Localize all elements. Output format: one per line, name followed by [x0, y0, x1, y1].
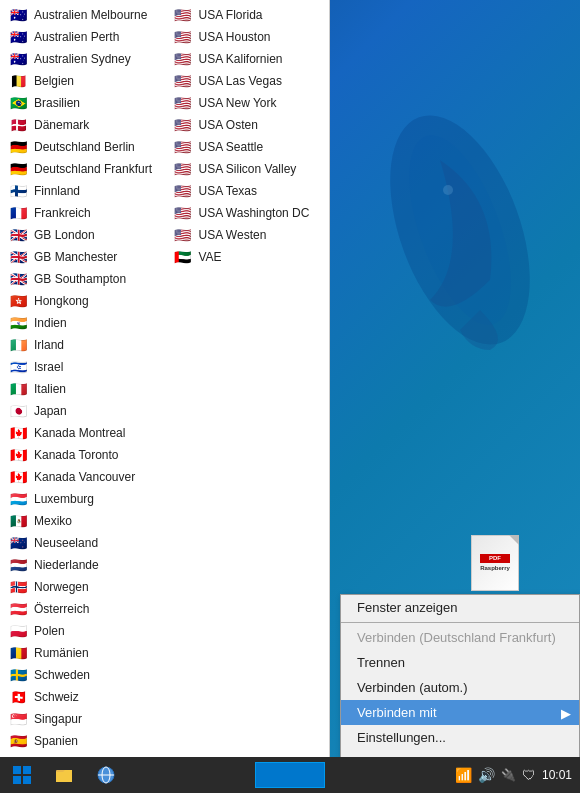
context-menu-item-verbinden-mit[interactable]: Verbinden mit▶	[341, 700, 579, 725]
vpn-list-item[interactable]: 🇨🇦Kanada Vancouver	[0, 466, 165, 488]
vpn-right-column: 🇺🇸USA Florida🇺🇸USA Houston🇺🇸USA Kaliforn…	[165, 0, 330, 770]
vpn-item-label: Dänemark	[34, 118, 89, 132]
vpn-item-label: USA Washington DC	[199, 206, 310, 220]
vpn-list-item[interactable]: 🇱🇺Luxemburg	[0, 488, 165, 510]
vpn-item-label: USA Texas	[199, 184, 257, 198]
vpn-list-item[interactable]: 🇪🇸Spanien	[0, 730, 165, 752]
vpn-list-item[interactable]: 🇸🇪Schweden	[0, 664, 165, 686]
vpn-list-item[interactable]: 🇨🇦Kanada Montreal	[0, 422, 165, 444]
context-menu-item-label: Verbinden mit	[357, 705, 437, 720]
vpn-item-label: Rumänien	[34, 646, 89, 660]
taskbar-apps	[44, 760, 455, 790]
context-menu-item-verbinden-(autom.)[interactable]: Verbinden (autom.)	[341, 675, 579, 700]
vpn-list-item[interactable]: 🇦🇹Österreich	[0, 598, 165, 620]
vpn-list-item[interactable]: 🇧🇷Brasilien	[0, 92, 165, 114]
flag-icon: 🇱🇺	[8, 492, 28, 506]
vpn-list-item[interactable]: 🇺🇸USA Osten	[165, 114, 330, 136]
vpn-location-panel: 🇦🇺Australien Melbourne🇦🇺Australien Perth…	[0, 0, 330, 770]
network-icon[interactable]: 🔌	[501, 768, 516, 782]
vpn-item-label: Belgien	[34, 74, 74, 88]
browser-icon	[97, 766, 115, 784]
vpn-list-item[interactable]: 🇺🇸USA Florida	[165, 4, 330, 26]
vpn-item-label: Polen	[34, 624, 65, 638]
vpn-list-item[interactable]: 🇮🇪Irland	[0, 334, 165, 356]
vpn-list-item[interactable]: 🇺🇸USA Texas	[165, 180, 330, 202]
vpn-list-item[interactable]: 🇦🇺Australien Melbourne	[0, 4, 165, 26]
vpn-list-item[interactable]: 🇳🇴Norwegen	[0, 576, 165, 598]
vpn-list-item[interactable]: 🇵🇱Polen	[0, 620, 165, 642]
taskbar-app-filemanager[interactable]	[44, 760, 84, 790]
taskbar-start-button[interactable]	[4, 760, 40, 790]
vpn-list-item[interactable]: 🇦🇺Australien Sydney	[0, 48, 165, 70]
vpn-list-item[interactable]: 🇺🇸USA Seattle	[165, 136, 330, 158]
taskbar-app-browser[interactable]	[86, 760, 126, 790]
vpn-list-item[interactable]: 🇷🇴Rumänien	[0, 642, 165, 664]
vpn-left-list: 🇦🇺Australien Melbourne🇦🇺Australien Perth…	[0, 0, 165, 770]
vpn-list-item[interactable]: 🇺🇸USA Las Vegas	[165, 70, 330, 92]
context-menu-item-einstellungen...[interactable]: Einstellungen...	[341, 725, 579, 750]
vpn-item-label: Indien	[34, 316, 67, 330]
vpn-list-item[interactable]: 🇧🇪Belgien	[0, 70, 165, 92]
flag-icon: 🇺🇸	[173, 162, 193, 176]
vpn-list-item[interactable]: 🇳🇿Neuseeland	[0, 532, 165, 554]
flag-icon: 🇺🇸	[173, 228, 193, 242]
vpn-columns-container: 🇦🇺Australien Melbourne🇦🇺Australien Perth…	[0, 0, 329, 770]
vpn-list-item[interactable]: 🇮🇹Italien	[0, 378, 165, 400]
taskbar-time: 10:01	[542, 768, 572, 782]
vpn-list-item[interactable]: 🇳🇱Niederlande	[0, 554, 165, 576]
vpn-list-item[interactable]: 🇦🇺Australien Perth	[0, 26, 165, 48]
flag-icon: 🇩🇪	[8, 162, 28, 176]
vpn-list-item[interactable]: 🇭🇰Hongkong	[0, 290, 165, 312]
vpn-list-item[interactable]: 🇦🇪VAE	[165, 246, 330, 268]
vpn-list-item[interactable]: 🇺🇸USA Westen	[165, 224, 330, 246]
vpn-item-label: GB Southampton	[34, 272, 126, 286]
vpn-list-item[interactable]: 🇬🇧GB Southampton	[0, 268, 165, 290]
vpn-list-item[interactable]: 🇺🇸USA Houston	[165, 26, 330, 48]
flag-icon: 🇦🇺	[8, 8, 28, 22]
flag-icon: 🇺🇸	[173, 52, 193, 66]
vpn-list-item[interactable]: 🇯🇵Japan	[0, 400, 165, 422]
context-menu-item-trennen[interactable]: Trennen	[341, 650, 579, 675]
vpn-list-item[interactable]: 🇬🇧GB London	[0, 224, 165, 246]
vpn-item-label: USA Las Vegas	[199, 74, 282, 88]
flag-icon: 🇩🇪	[8, 140, 28, 154]
vpn-list-item[interactable]: 🇲🇽Mexiko	[0, 510, 165, 532]
context-menu-item-fenster-anzeigen[interactable]: Fenster anzeigen	[341, 595, 579, 620]
vpn-list-item[interactable]: 🇨🇦Kanada Toronto	[0, 444, 165, 466]
vpn-list-item[interactable]: 🇩🇰Dänemark	[0, 114, 165, 136]
wifi-icon[interactable]: 📶	[455, 767, 472, 783]
flag-icon: 🇫🇮	[8, 184, 28, 198]
vpn-list-item[interactable]: 🇺🇸USA Silicon Valley	[165, 158, 330, 180]
vpn-list-item[interactable]: 🇮🇱Israel	[0, 356, 165, 378]
flag-icon: 🇸🇬	[8, 712, 28, 726]
vpn-list-item[interactable]: 🇺🇸USA Kalifornien	[165, 48, 330, 70]
flag-icon: 🇷🇴	[8, 646, 28, 660]
vpn-item-label: Deutschland Berlin	[34, 140, 135, 154]
svg-rect-4	[23, 766, 31, 774]
vpn-list-item[interactable]: 🇨🇭Schweiz	[0, 686, 165, 708]
vpn-item-label: Brasilien	[34, 96, 80, 110]
vpn-item-label: Finnland	[34, 184, 80, 198]
vpn-item-label: Italien	[34, 382, 66, 396]
vpn-shield-icon[interactable]: 🛡	[522, 767, 536, 783]
vpn-item-label: Frankreich	[34, 206, 91, 220]
submenu-arrow-icon: ▶	[561, 705, 571, 720]
vpn-item-label: Irland	[34, 338, 64, 352]
flag-icon: 🇺🇸	[173, 118, 193, 132]
vpn-list-item[interactable]: 🇫🇷Frankreich	[0, 202, 165, 224]
context-menu-item-label: Fenster anzeigen	[357, 600, 457, 615]
svg-rect-6	[23, 776, 31, 784]
taskbar-window-button[interactable]	[255, 762, 325, 788]
flag-icon: 🇮🇪	[8, 338, 28, 352]
vpn-list-item[interactable]: 🇫🇮Finnland	[0, 180, 165, 202]
volume-icon[interactable]: 🔊	[478, 767, 495, 783]
flag-icon: 🇬🇧	[8, 228, 28, 242]
vpn-list-item[interactable]: 🇺🇸USA New York	[165, 92, 330, 114]
vpn-item-label: USA Houston	[199, 30, 271, 44]
vpn-list-item[interactable]: 🇬🇧GB Manchester	[0, 246, 165, 268]
vpn-list-item[interactable]: 🇮🇳Indien	[0, 312, 165, 334]
vpn-list-item[interactable]: 🇩🇪Deutschland Frankfurt	[0, 158, 165, 180]
vpn-list-item[interactable]: 🇩🇪Deutschland Berlin	[0, 136, 165, 158]
vpn-list-item[interactable]: 🇸🇬Singapur	[0, 708, 165, 730]
vpn-list-item[interactable]: 🇺🇸USA Washington DC	[165, 202, 330, 224]
